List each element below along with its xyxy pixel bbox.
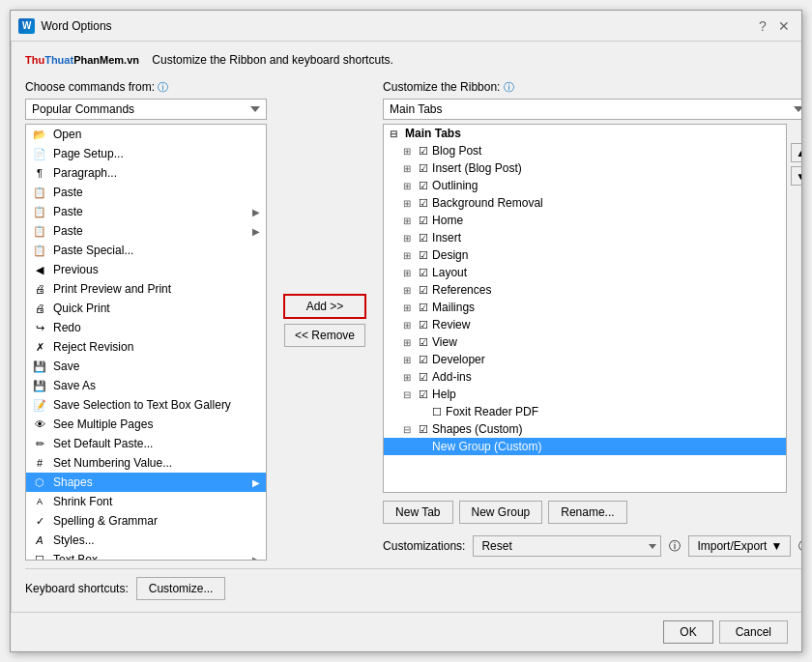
tree-new-group-custom[interactable]: New Group (Custom) xyxy=(384,438,786,455)
cmd-see-multiple-pages[interactable]: 👁See Multiple Pages xyxy=(26,415,266,434)
design-expand: ⊞ xyxy=(403,250,415,261)
ribbon-toolbar: New Tab New Group Rename... xyxy=(383,497,801,528)
rename-button[interactable]: Rename... xyxy=(548,501,626,524)
cmd-quick-print[interactable]: 🖨Quick Print xyxy=(26,299,266,318)
cmd-spelling-grammar[interactable]: ✓Spelling & Grammar xyxy=(26,511,266,531)
previous-icon: ◀ xyxy=(32,262,47,277)
cmd-reject-revision[interactable]: ✗Reject Revision xyxy=(26,337,266,357)
tree-developer[interactable]: ⊞ ☑ Developer xyxy=(384,351,786,368)
customizations-info-icon[interactable]: ⓘ xyxy=(669,538,681,555)
ribbon-tree: ⊟ Main Tabs ⊞ ☑ Blog Post ⊞ xyxy=(383,124,787,493)
cmd-previous[interactable]: ◀Previous xyxy=(26,260,266,279)
two-column-layout: Choose commands from: ⓘ Popular Commands… xyxy=(25,80,801,561)
cmd-shapes[interactable]: ⬡Shapes▶ xyxy=(26,473,266,492)
shapes-arrow: ▶ xyxy=(252,477,260,488)
tree-add-ins[interactable]: ⊞ ☑ Add-ins xyxy=(384,368,786,386)
redo-icon: ↪ xyxy=(32,320,47,335)
cmd-save-as[interactable]: 💾Save As xyxy=(26,376,266,395)
help-expand: ⊟ xyxy=(403,389,415,400)
paste-icon-2: 📋 xyxy=(32,204,47,219)
tree-layout[interactable]: ⊞ ☑ Layout xyxy=(384,264,786,281)
import-export-button[interactable]: Import/Export ▼ xyxy=(688,535,791,557)
cmd-print-preview[interactable]: 🖨Print Preview and Print xyxy=(26,279,266,299)
import-export-info-icon[interactable]: ⓘ xyxy=(798,538,801,555)
open-icon: 📂 xyxy=(32,127,47,142)
bg-removal-checkbox: ☑ xyxy=(419,197,428,210)
text-box-icon: ☐ xyxy=(32,552,47,561)
tree-insert[interactable]: ⊞ ☑ Insert xyxy=(384,229,786,246)
new-tab-button[interactable]: New Tab xyxy=(383,501,452,524)
new-group-button[interactable]: New Group xyxy=(459,501,543,524)
ok-button[interactable]: OK xyxy=(663,620,712,644)
remove-button[interactable]: << Remove xyxy=(284,324,365,347)
add-button[interactable]: Add >> xyxy=(284,295,365,318)
cmd-shrink-font[interactable]: AShrink Font xyxy=(26,492,266,511)
commands-from-info-icon[interactable]: ⓘ xyxy=(158,81,168,93)
scroll-up-button[interactable]: ▲ xyxy=(791,143,801,162)
cmd-text-box[interactable]: ☐Text Box▶ xyxy=(26,550,266,561)
paste-arrow-3: ▶ xyxy=(252,226,260,237)
close-button[interactable]: ✕ xyxy=(774,16,794,36)
outlining-expand: ⊞ xyxy=(403,181,415,191)
layout-checkbox: ☑ xyxy=(419,267,428,279)
spelling-icon: ✓ xyxy=(32,513,47,529)
main-content: ThuThuatPhanMem.vn Customize the Ribbon … xyxy=(12,42,801,612)
tree-mailings[interactable]: ⊞ ☑ Mailings xyxy=(384,299,786,316)
page-setup-icon: 📄 xyxy=(32,146,47,161)
cmd-set-numbering[interactable]: #Set Numbering Value... xyxy=(26,453,266,473)
cmd-paste-2[interactable]: 📋Paste▶ xyxy=(26,202,266,221)
review-checkbox: ☑ xyxy=(419,319,428,331)
dialog-title: Word Options xyxy=(41,19,111,33)
help-button[interactable]: ? xyxy=(753,16,772,36)
tree-blog-post[interactable]: ⊞ ☑ Blog Post xyxy=(384,142,786,159)
tree-review[interactable]: ⊞ ☑ Review xyxy=(384,316,786,333)
watermark-area: ThuThuatPhanMem.vn Customize the Ribbon … xyxy=(25,53,801,72)
cmd-styles[interactable]: AStyles... xyxy=(26,531,266,550)
cmd-set-default-paste[interactable]: ✏Set Default Paste... xyxy=(26,434,266,453)
cmd-redo[interactable]: ↪Redo xyxy=(26,318,266,337)
customize-ribbon-info-icon[interactable]: ⓘ xyxy=(504,81,514,93)
cmd-paste-special[interactable]: 📋Paste Special... xyxy=(26,241,266,260)
commands-list-container: 📂Open 📄Page Setup... ¶Paragraph... 📋Past… xyxy=(25,124,267,561)
bg-removal-expand: ⊞ xyxy=(403,198,415,209)
cmd-save[interactable]: 💾Save xyxy=(26,357,266,376)
tree-background-removal[interactable]: ⊞ ☑ Background Removal xyxy=(384,194,786,212)
text-box-arrow: ▶ xyxy=(252,555,260,561)
cmd-page-setup[interactable]: 📄Page Setup... xyxy=(26,144,266,163)
tree-outlining[interactable]: ⊞ ☑ Outlining xyxy=(384,177,786,194)
cmd-save-selection[interactable]: 📝Save Selection to Text Box Gallery xyxy=(26,395,266,415)
ribbon-tabs-dropdown[interactable]: Main Tabs Tool Tabs All Tabs xyxy=(383,99,801,120)
commands-from-dropdown[interactable]: Popular Commands All Commands Macros Fil… xyxy=(25,99,267,120)
tree-insert-blog[interactable]: ⊞ ☑ Insert (Blog Post) xyxy=(384,159,786,177)
reject-revision-icon: ✗ xyxy=(32,339,47,355)
outlining-checkbox: ☑ xyxy=(419,180,428,192)
cmd-open[interactable]: 📂Open xyxy=(26,125,266,144)
tree-view[interactable]: ⊞ ☑ View xyxy=(384,333,786,351)
keyboard-customize-button[interactable]: Customize... xyxy=(136,577,226,600)
cancel-button[interactable]: Cancel xyxy=(719,620,788,644)
tree-area: ⊟ Main Tabs ⊞ ☑ Blog Post ⊞ xyxy=(383,124,801,493)
tree-foxit[interactable]: ☐ Foxit Reader PDF xyxy=(384,403,786,420)
add-ins-expand: ⊞ xyxy=(403,372,415,383)
cmd-paste-3[interactable]: 📋Paste▶ xyxy=(26,221,266,241)
right-panel-label-area: Customize the Ribbon: ⓘ Main Tabs Tool T… xyxy=(383,80,801,120)
scroll-down-button[interactable]: ▼ xyxy=(791,166,801,186)
cmd-paragraph[interactable]: ¶Paragraph... xyxy=(26,163,266,183)
tree-references[interactable]: ⊞ ☑ References xyxy=(384,281,786,299)
paste-special-icon: 📋 xyxy=(32,243,47,258)
reset-dropdown[interactable]: Reset Reset only selected Ribbon tab Res… xyxy=(473,535,661,557)
word-options-dialog: W Word Options ? ✕ General Display Proof… xyxy=(10,10,802,652)
tree-design[interactable]: ⊞ ☑ Design xyxy=(384,246,786,264)
customizations-row: Customizations: Reset Reset only selecte… xyxy=(383,532,801,561)
tree-help[interactable]: ⊟ ☑ Help xyxy=(384,386,786,403)
foxit-expand xyxy=(417,407,428,417)
save-as-icon: 💾 xyxy=(32,378,47,393)
tree-shapes-custom[interactable]: ⊟ ☑ Shapes (Custom) xyxy=(384,420,786,438)
shapes-custom-checkbox: ☑ xyxy=(419,423,428,436)
insert-expand: ⊞ xyxy=(403,233,415,244)
developer-expand: ⊞ xyxy=(403,355,415,365)
tree-home[interactable]: ⊞ ☑ Home xyxy=(384,212,786,229)
cmd-paste-1[interactable]: 📋Paste xyxy=(26,183,266,202)
tree-main-tabs[interactable]: ⊟ Main Tabs xyxy=(384,125,786,142)
layout-expand: ⊞ xyxy=(403,268,415,278)
